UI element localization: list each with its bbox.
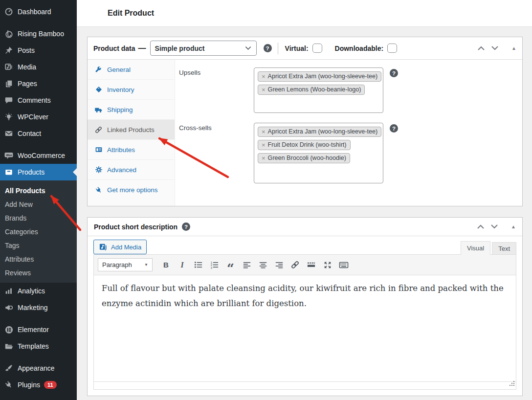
sidebar-subitem-attributes[interactable]: Attributes [0,252,77,266]
cross-sells-multiselect[interactable]: ×Apricot Extra Jam (woo-long-sleeve-tee)… [254,123,383,183]
page-title: Edit Product [108,9,154,18]
align-center-button[interactable] [256,259,269,271]
tab-shipping[interactable]: Shipping [88,100,175,120]
product-data-body: General Inventory Shipping Linked Produc… [88,60,522,206]
tab-label: Linked Products [107,126,155,133]
sidebar-item-products[interactable]: Products [0,164,77,180]
align-left-button[interactable] [240,259,253,271]
remove-tag-icon[interactable]: × [262,155,266,161]
product-type-select[interactable]: Simple product [150,41,257,56]
page-header: Edit Product [77,0,532,27]
sidebar-item-posts[interactable]: Posts [0,42,77,59]
sidebar-item-comments[interactable]: Comments [0,92,77,109]
tab-get-more-options[interactable]: Get more options [88,180,175,200]
paragraph-dropdown-value: Paragraph [102,261,132,268]
virtual-checkbox[interactable] [312,44,322,53]
sidebar-item-marketing[interactable]: Marketing [0,299,77,316]
resize-handle-icon[interactable] [509,379,515,388]
sidebar-subitem-brands[interactable]: Brands [0,211,77,225]
sidebar-item-label: Elementor [18,326,49,333]
upsells-multiselect[interactable]: ×Apricot Extra Jam (woo-long-sleeve-tee)… [254,67,383,113]
caret-down-icon: ▼ [144,263,148,267]
sidebar-item-elementor[interactable]: Elementor [0,321,77,338]
sidebar-item-dashboard[interactable]: Dashboard [0,3,77,20]
product-type-value: Simple product [155,44,205,52]
upsells-label: Upsells [179,67,254,113]
sidebar-subitem-categories[interactable]: Categories [0,225,77,239]
tab-attributes[interactable]: Attributes [88,140,175,160]
sidebar-subitem-tags[interactable]: Tags [0,239,77,252]
elementor-icon [4,325,14,334]
numbered-list-button[interactable]: 123 [208,259,221,271]
add-media-button[interactable]: Add Media [93,240,147,254]
tab-label: Get more options [107,186,158,194]
blockquote-button[interactable]: “ [224,259,237,271]
admin-sidebar: Dashboard Rising Bamboo Posts Media Page… [0,0,77,400]
tag-label: Fruit Detox Drink (woo-tshirt) [268,141,347,148]
tab-linked-products[interactable]: Linked Products [88,120,175,140]
sidebar-item-contact[interactable]: Contact [0,125,77,142]
cross-sell-tag: ×Green Broccoli (woo-hoodie) [258,153,350,163]
editor-toolbar: Paragraph ▼ B I 123 “ [94,255,516,275]
sidebar-item-wpclever[interactable]: WPClever [0,109,77,125]
rising-bamboo-icon [4,29,14,39]
collapse-toggle-icon[interactable]: ▲ [511,45,516,51]
short-description-body: Add Media Visual Text Paragraph ▼ B [88,236,522,396]
align-right-button[interactable] [272,259,286,271]
sidebar-item-analytics[interactable]: Analytics [0,283,77,299]
tab-visual[interactable]: Visual [461,241,490,255]
sidebar-item-label: Products [18,168,44,176]
product-data-metabox: Product data — Simple product ? Virtual:… [87,37,523,206]
remove-tag-icon[interactable]: × [262,87,266,93]
product-data-header: Product data — Simple product ? Virtual:… [88,37,522,60]
more-tag-button[interactable] [305,259,318,271]
tab-text[interactable]: Text [492,242,516,254]
sidebar-item-label: Contact [18,130,41,137]
dashboard-icon [4,7,14,17]
move-up-icon[interactable] [477,45,485,51]
sidebar-item-appearance[interactable]: Appearance [0,360,77,377]
editor-statusbar [94,381,516,389]
plug-icon [4,380,14,390]
remove-tag-icon[interactable]: × [262,142,266,148]
upsells-field-row: Upsells ×Apricot Extra Jam (woo-long-sle… [179,67,517,113]
downloadable-label: Downloadable: [335,44,384,52]
move-down-icon[interactable] [490,224,498,229]
tab-inventory[interactable]: Inventory [88,80,175,100]
upsells-help-icon[interactable]: ? [390,69,398,77]
sidebar-subitem-reviews[interactable]: Reviews [0,266,77,280]
cross-sells-help-icon[interactable]: ? [390,124,398,133]
fullscreen-icon[interactable] [321,259,334,271]
sidebar-subitem-add-new[interactable]: Add New [0,198,77,211]
sidebar-subitem-all-products[interactable]: All Products [0,184,77,198]
collapse-toggle-icon[interactable]: ▲ [511,224,516,229]
italic-button[interactable]: I [176,259,189,271]
sidebar-item-rising-bamboo[interactable]: Rising Bamboo [0,25,77,42]
svg-text:3: 3 [210,267,212,269]
remove-tag-icon[interactable]: × [262,129,266,135]
keyboard-shortcuts-button[interactable] [337,259,350,271]
downloadable-checkbox[interactable] [387,44,397,53]
move-down-icon[interactable] [491,45,499,51]
short-description-help-icon[interactable]: ? [182,222,190,231]
move-up-icon[interactable] [477,224,485,229]
tab-advanced[interactable]: Advanced [88,160,175,180]
envelope-icon [4,129,14,138]
product-type-help-icon[interactable]: ? [264,44,272,52]
link-button[interactable] [288,259,302,271]
bold-button[interactable]: B [159,259,173,271]
tab-general[interactable]: General [88,60,175,80]
remove-tag-icon[interactable]: × [262,73,266,80]
paragraph-dropdown[interactable]: Paragraph ▼ [98,258,153,271]
editor-content[interactable]: Full of flavour but with palate cleansin… [94,275,516,381]
sidebar-item-templates[interactable]: Templates [0,338,77,355]
media-icon [4,62,14,72]
sidebar-item-label: Rising Bamboo [18,30,64,38]
sidebar-item-plugins[interactable]: Plugins 11 [0,377,77,393]
bullet-list-button[interactable] [192,259,205,271]
sidebar-item-woocommerce[interactable]: Woo WooCommerce [0,147,77,164]
cross-sell-tag: ×Fruit Detox Drink (woo-tshirt) [258,140,351,150]
metabox-controls: ▲ [477,45,516,51]
sidebar-item-pages[interactable]: Pages [0,75,77,92]
sidebar-item-media[interactable]: Media [0,59,77,75]
